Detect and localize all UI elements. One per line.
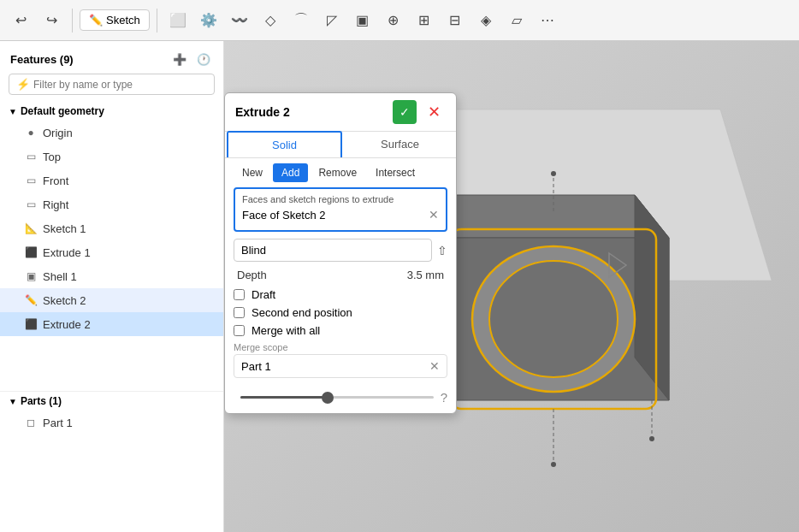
default-geometry-label: Default geometry: [21, 105, 104, 117]
check-icon: ✓: [400, 105, 410, 119]
sidebar-item-sketch1[interactable]: 📐 Sketch 1: [0, 216, 223, 240]
cancel-button[interactable]: ✕: [422, 100, 446, 124]
extrude1-label: Extrude 1: [43, 246, 91, 259]
redo-icon[interactable]: ↪: [38, 7, 65, 34]
draft-checkbox[interactable]: [234, 289, 245, 300]
sweep-icon[interactable]: 〰️: [226, 7, 253, 34]
op-tab-new-label: New: [242, 167, 263, 179]
sidebar-content: ▼ Default geometry ● Origin ▭ Top ▭ Fron…: [0, 102, 223, 532]
shell-icon[interactable]: ▣: [349, 7, 376, 34]
pattern-icon[interactable]: ⊞: [411, 7, 438, 34]
origin-label: Origin: [43, 127, 73, 139]
help-icon[interactable]: ?: [441, 390, 447, 405]
sketch2-label: Sketch 2: [43, 294, 86, 307]
op-tab-add[interactable]: Add: [273, 163, 308, 182]
op-tab-remove-label: Remove: [318, 167, 357, 179]
face-input-value-row: Face of Sketch 2 ✕: [242, 208, 439, 222]
end-type-select[interactable]: Blind Through all Up to face Up to verte…: [234, 239, 432, 262]
confirm-button[interactable]: ✓: [393, 100, 417, 124]
part-icon: ◻: [24, 417, 38, 429]
face-input-area[interactable]: Faces and sketch regions to extrude Face…: [234, 187, 447, 232]
parts-section-label[interactable]: ▼ Parts (1): [0, 392, 223, 411]
boolean-icon[interactable]: ⊕: [380, 7, 407, 34]
right-label: Right: [43, 198, 68, 211]
draft-label: Draft: [252, 288, 275, 301]
plane-icon: ▭: [24, 151, 38, 163]
sidebar-item-extrude1[interactable]: ⬛ Extrude 1: [0, 240, 223, 264]
merge-scope-clear-icon[interactable]: ✕: [429, 359, 440, 373]
tab-solid-label: Solid: [272, 139, 297, 151]
flip-direction-icon[interactable]: ⇧: [437, 244, 447, 257]
top-label: Top: [43, 151, 61, 163]
sidebar-item-extrude2[interactable]: ⬛ Extrude 2: [0, 312, 223, 336]
tab-surface[interactable]: Surface: [344, 132, 456, 157]
shell1-label: Shell 1: [43, 270, 77, 283]
op-tab-new[interactable]: New: [234, 163, 271, 182]
viewport[interactable]: Extrude 2 ✓ ✕ Solid Surface: [224, 41, 799, 532]
merge-scope-box[interactable]: Part 1 ✕: [234, 354, 447, 378]
sketch1-label: Sketch 1: [43, 222, 86, 235]
slider-track[interactable]: [240, 396, 434, 399]
second-end-checkbox-row: Second end position: [234, 306, 447, 319]
svg-point-7: [489, 261, 618, 377]
sidebar-section-parts: ▼ Parts (1) ◻ Part 1: [0, 391, 223, 434]
second-end-checkbox[interactable]: [234, 307, 245, 318]
extrude-feature-icon: ⬛: [24, 246, 38, 258]
extrude-feature-icon: ⬛: [24, 318, 38, 330]
dialog-titlebar: Extrude 2 ✓ ✕: [225, 93, 456, 132]
plane-icon[interactable]: ▱: [503, 7, 530, 34]
plane-icon: ▭: [24, 174, 38, 186]
toolbar-divider-2: [157, 9, 157, 33]
merge-all-checkbox-row: Merge with all: [234, 324, 447, 337]
revolve-icon[interactable]: ⚙️: [195, 7, 222, 34]
draft-icon[interactable]: ◈: [472, 7, 500, 34]
extrude-dialog: Extrude 2 ✓ ✕ Solid Surface: [224, 92, 457, 414]
filter-icon: ⚡: [16, 78, 30, 91]
extrude-icon[interactable]: ⬜: [164, 7, 192, 34]
add-feature-icon[interactable]: ➕: [170, 50, 189, 68]
mirror-icon[interactable]: ⊟: [441, 7, 469, 34]
fillet-icon[interactable]: ⌒: [287, 7, 315, 34]
sidebar-item-part1[interactable]: ◻ Part 1: [0, 411, 223, 434]
chamfer-icon[interactable]: ◸: [318, 7, 346, 34]
part1-label: Part 1: [43, 417, 73, 429]
merge-all-checkbox[interactable]: [234, 325, 245, 336]
shell-feature-icon: ▣: [24, 270, 38, 282]
filter-input[interactable]: [33, 79, 207, 91]
sidebar-item-top[interactable]: ▭ Top: [0, 145, 223, 168]
sidebar-spacer: [0, 336, 223, 387]
toolbar: ↩ ↪ ✏️ Sketch ⬜ ⚙️ 〰️ ◇ ⌒ ◸ ▣ ⊕ ⊞ ⊟ ◈ ▱ …: [0, 0, 799, 41]
op-tab-intersect[interactable]: Intersect: [367, 163, 423, 182]
sidebar-item-shell1[interactable]: ▣ Shell 1: [0, 264, 223, 288]
parts-label: Parts (1): [21, 395, 62, 407]
sidebar-item-front[interactable]: ▭ Front: [0, 168, 223, 192]
loft-icon[interactable]: ◇: [257, 7, 284, 34]
toolbar-divider-1: [72, 9, 73, 33]
sidebar-item-right[interactable]: ▭ Right: [0, 192, 223, 216]
sketch-button[interactable]: ✏️ Sketch: [80, 9, 150, 31]
sidebar-item-sketch2[interactable]: ✏️ Sketch 2: [0, 288, 223, 312]
sidebar-header: Features (9) ➕ 🕐: [0, 41, 223, 74]
chevron-down-icon: ▼: [9, 397, 17, 406]
more-icon[interactable]: ⋯: [534, 7, 561, 34]
depth-row: Depth 3.5 mm: [234, 269, 447, 281]
tab-solid[interactable]: Solid: [227, 131, 342, 157]
filter-box[interactable]: ⚡: [9, 74, 215, 95]
face-input-clear-icon[interactable]: ✕: [429, 208, 439, 222]
op-tab-remove[interactable]: Remove: [310, 163, 365, 182]
end-type-row: Blind Through all Up to face Up to verte…: [234, 239, 447, 262]
dot-icon: ●: [24, 127, 38, 139]
dialog-main-tabs: Solid Surface: [225, 132, 456, 158]
chevron-down-icon: ▼: [9, 107, 17, 116]
dialog-op-tabs: New Add Remove Intersect: [225, 158, 456, 187]
undo-icon[interactable]: ↩: [7, 7, 34, 34]
sidebar-item-origin[interactable]: ● Origin: [0, 121, 223, 145]
dialog-actions: ✓ ✕: [393, 100, 446, 124]
plane-icon: ▭: [24, 198, 38, 210]
sidebar-section-default-geometry[interactable]: ▼ Default geometry: [0, 102, 223, 121]
history-icon[interactable]: 🕐: [194, 50, 213, 68]
sidebar-header-actions: ➕ 🕐: [170, 50, 213, 68]
depth-value[interactable]: 3.5 mm: [407, 269, 444, 281]
slider-thumb[interactable]: [322, 392, 334, 404]
slider-left-fill: [240, 396, 328, 399]
